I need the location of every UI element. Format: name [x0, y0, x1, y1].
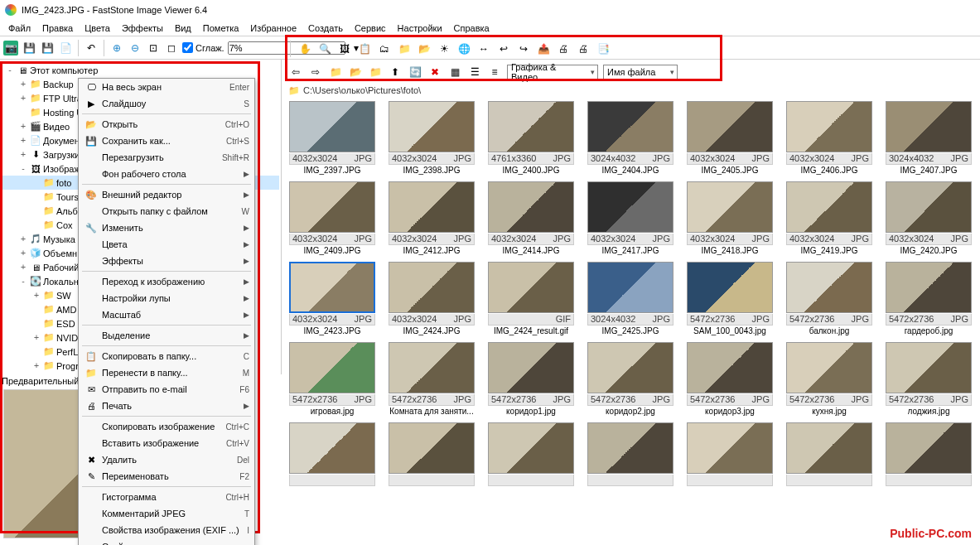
ctx-item[interactable]: Масштаб▶	[79, 306, 254, 323]
thumb-image[interactable]	[786, 342, 872, 393]
thumb-image[interactable]	[886, 181, 972, 233]
thumbnail[interactable]: 4032x3024JPG IMG_2405.JPG	[686, 101, 774, 175]
tb2-icon-8[interactable]: 🌐	[456, 41, 471, 56]
tb3-icon-4[interactable]: 📁	[368, 65, 383, 80]
tree-twisty-icon[interactable]: +	[31, 361, 41, 370]
thumbnail[interactable]: 4761x3360JPG IMG_2400.JPG	[487, 101, 575, 175]
tree-twisty-icon[interactable]: +	[18, 234, 28, 244]
thumb-image[interactable]	[488, 422, 574, 474]
ctx-item[interactable]: ✖УдалитьDel	[79, 451, 254, 468]
tree-twisty-icon[interactable]: +	[31, 333, 41, 342]
menu-7[interactable]: Создать	[303, 22, 348, 35]
tree-twisty-icon[interactable]: +	[18, 136, 28, 145]
tb2-icon-12[interactable]: 📤	[536, 41, 551, 56]
thumb-image[interactable]	[886, 262, 972, 313]
menu-4[interactable]: Вид	[170, 22, 196, 35]
thumbnail[interactable]: 4032x3024JPG IMG_2412.JPG	[388, 181, 476, 255]
tb2-icon-9[interactable]: ↔	[476, 41, 491, 56]
ctx-item[interactable]: Фон рабочего стола▶	[79, 166, 254, 182]
thumb-image[interactable]	[289, 101, 375, 152]
thumbnail[interactable]: 4032x3024JPG IMG_2406.JPG	[785, 101, 873, 175]
ctx-item[interactable]: 📋Скопировать в папку...C	[79, 348, 254, 364]
menu-1[interactable]: Правка	[37, 22, 78, 35]
thumbnail[interactable]: 5472x2736JPG Комната для заняти...	[388, 342, 476, 416]
thumbnail[interactable]: 5472x2736JPG коридор2.jpg	[587, 342, 674, 416]
thumb-image[interactable]	[389, 422, 475, 474]
thumbnail[interactable]: 4032x3024JPG IMG_2418.JPG	[686, 181, 774, 255]
zoom-in-icon[interactable]: ⊕	[109, 41, 124, 55]
thumb-image[interactable]	[488, 101, 574, 152]
ctx-item[interactable]: Настройки лупы▶	[79, 290, 254, 306]
thumbnail[interactable]: 4032x3024JPG IMG_2414.JPG	[487, 181, 575, 255]
thumb-image[interactable]	[587, 181, 673, 233]
menu-10[interactable]: Справка	[449, 22, 495, 35]
ctx-item[interactable]: ✎ПереименоватьF2	[79, 468, 254, 485]
tb3-icon-0[interactable]: ⇦	[288, 65, 303, 80]
thumb-image[interactable]	[488, 342, 574, 393]
ctx-item[interactable]: ПерезагрузитьShift+R	[79, 149, 254, 166]
thumb-image[interactable]	[587, 342, 673, 393]
tree-twisty-icon[interactable]: -	[18, 164, 28, 173]
tree-twisty-icon[interactable]: +	[18, 263, 28, 272]
tb2-icon-4[interactable]: 🗂	[377, 41, 392, 56]
thumb-image[interactable]	[886, 101, 972, 152]
tb3-icon-6[interactable]: 🔄	[408, 65, 422, 80]
tb3-icon-2[interactable]: 📁	[328, 65, 343, 80]
ctx-item[interactable]: Вставить изображениеCtrl+V	[79, 435, 254, 451]
thumb-image[interactable]	[289, 181, 375, 233]
tb2-icon-15[interactable]: 📑	[596, 41, 611, 56]
ctx-item[interactable]: Цвета▶	[79, 236, 254, 253]
menu-8[interactable]: Сервис	[350, 22, 391, 35]
thumb-image[interactable]	[687, 262, 773, 313]
ctx-item[interactable]: 🔧Изменить▶	[79, 219, 254, 236]
ctx-item[interactable]: Скопировать изображениеCtrl+C	[79, 418, 254, 435]
thumb-image[interactable]	[687, 342, 773, 393]
tb2-icon-14[interactable]: 🖨	[576, 41, 591, 56]
thumb-image[interactable]	[289, 342, 375, 393]
thumbnail[interactable]: 5472x2736JPG коридор1.jpg	[487, 342, 575, 416]
thumbnail[interactable]	[388, 422, 476, 487]
thumbnail[interactable]: 3024x4032JPG IMG_2425.JPG	[587, 262, 674, 335]
ctx-item[interactable]: ▶СлайдшоуS	[79, 95, 254, 112]
tb3-icon-10[interactable]: ≡	[487, 65, 502, 80]
tree-twisty-icon[interactable]: +	[18, 248, 28, 258]
tb2-icon-11[interactable]: ↪	[516, 41, 531, 56]
thumbnail[interactable]	[587, 422, 674, 487]
tb2-icon-1[interactable]: 🔍	[317, 41, 332, 56]
tb3-icon-1[interactable]: ⇨	[308, 65, 323, 80]
ctx-item[interactable]: 🎨Внешний редактор▶	[79, 186, 254, 203]
tb3-icon-8[interactable]: ▦	[447, 65, 462, 80]
tree-twisty-icon[interactable]: +	[18, 94, 28, 103]
ctx-item[interactable]: Выделение▶	[79, 327, 254, 344]
thumb-image[interactable]	[786, 422, 872, 474]
tree-twisty-icon[interactable]: +	[18, 80, 28, 89]
thumbnail[interactable]	[686, 422, 774, 487]
save-as-icon[interactable]: 💾	[40, 41, 55, 55]
menu-6[interactable]: Избранное	[245, 22, 302, 35]
tree-twisty-icon[interactable]: +	[18, 122, 28, 131]
thumb-image[interactable]	[786, 262, 872, 313]
zoom-actual-icon[interactable]: ◻	[164, 41, 179, 55]
thumb-image[interactable]	[587, 101, 673, 152]
thumbnail[interactable]: 5472x2736JPG кухня.jpg	[785, 342, 873, 416]
zoom-fit-icon[interactable]: ⊡	[146, 41, 161, 55]
tree-twisty-icon[interactable]: +	[31, 291, 41, 300]
ctx-item[interactable]: Комментарий JPEGT	[79, 505, 254, 522]
thumbnail[interactable]: 4032x3024JPG IMG_2417.JPG	[587, 181, 674, 255]
thumbnail[interactable]: 4032x3024JPG IMG_2424.JPG	[388, 262, 476, 335]
thumbnail[interactable]	[487, 422, 575, 487]
ctx-item[interactable]: 📁Перенести в папку...M	[79, 364, 254, 381]
thumb-image[interactable]	[587, 422, 673, 474]
thumb-image[interactable]	[289, 262, 375, 313]
thumbnail[interactable]: 4032x3024JPG IMG_2420.JPG	[885, 181, 973, 255]
thumbnail[interactable]: 3024x4032JPG IMG_2407.JPG	[885, 101, 973, 175]
sort-dropdown[interactable]: Имя файла	[603, 65, 678, 80]
thumb-image[interactable]	[687, 101, 773, 152]
ctx-item[interactable]: Эффекты▶	[79, 253, 254, 269]
ctx-item[interactable]: 📂ОткрытьCtrl+O	[79, 116, 254, 133]
tb2-icon-5[interactable]: 📁	[397, 41, 412, 56]
ctx-item[interactable]: ГистограммаCtrl+H	[79, 489, 254, 505]
menu-0[interactable]: Файл	[3, 22, 36, 35]
tb2-icon-3[interactable]: 📋	[357, 41, 372, 56]
thumbnail[interactable]: 4032x3024JPG IMG_2419.JPG	[785, 181, 873, 255]
